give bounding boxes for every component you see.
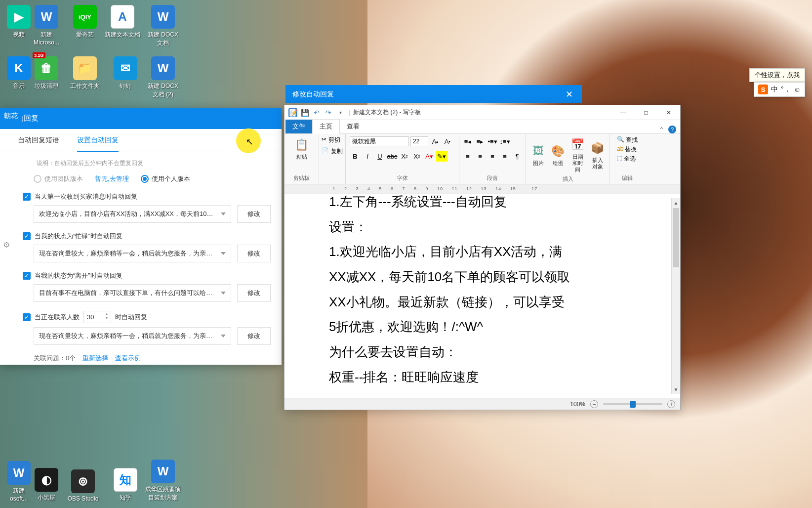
bold-button[interactable]: B xyxy=(350,151,361,162)
tooltip-personalize: 个性设置，点我 xyxy=(749,68,805,82)
ribbon-tab-view[interactable]: 查看 xyxy=(340,120,366,133)
close-button[interactable]: ✕ xyxy=(657,105,680,120)
scroll-down-icon[interactable]: ▼ xyxy=(672,385,680,394)
modify-button-2[interactable]: 修改 xyxy=(237,245,271,262)
copy-button[interactable]: 📄复制 xyxy=(322,147,343,156)
desktop-icon-obs[interactable]: ⊚OBS Studio xyxy=(64,469,102,502)
desktop-icon-textdoc[interactable]: A新建文本文档 xyxy=(104,5,141,39)
replace-icon: ab xyxy=(617,145,623,154)
justify-icon[interactable]: ≡ xyxy=(499,151,510,162)
desktop-icon-word-new[interactable]: W新建Microso... xyxy=(28,5,65,46)
grow-font-icon[interactable]: A▴ xyxy=(430,136,441,147)
group-label-font: 字体 xyxy=(397,174,408,182)
checkbox-busy[interactable]: ✓当我的状态为“忙碌”时自动回复 xyxy=(23,232,273,241)
superscript-button[interactable]: X2 xyxy=(411,151,422,162)
ruler[interactable]: · · ·1· · ·2· · ·3· · ·4· · ·5· · ·6· · … xyxy=(284,184,680,194)
ime-lang[interactable]: 中 xyxy=(771,85,778,94)
desktop-icon-blackroom[interactable]: ◐小黑屋 xyxy=(28,468,65,502)
ribbon-tab-file[interactable]: 文件 xyxy=(285,120,312,133)
contact-count-input[interactable]: 30▲▼ xyxy=(83,311,111,323)
scroll-up-icon[interactable]: ▲ xyxy=(672,198,680,207)
highlight-button[interactable]: ✎▾ xyxy=(436,151,447,162)
combo-away[interactable]: 目前有事不在电脑前，亲可以直接下单，有什么问题可以给我留言 xyxy=(34,284,231,302)
ime-emoji-icon[interactable]: ☺ xyxy=(794,85,801,93)
search-icon: 🔍 xyxy=(617,136,624,144)
ime-toolbar[interactable]: S 中 °， ☺ xyxy=(754,82,805,97)
strike-button[interactable]: abc xyxy=(387,151,398,162)
copy-icon: 📄 xyxy=(322,147,329,156)
bullets-icon[interactable]: •≡▾ xyxy=(487,136,498,147)
checkbox-contact-count[interactable]: ✓ 当正在联系人数 30▲▼ 时自动回复 xyxy=(23,311,273,323)
insert-object-button[interactable]: 📦插入对象 xyxy=(589,139,607,171)
desktop-icon-docx2[interactable]: W新建 DOCX文档 (2) xyxy=(144,56,182,99)
desktop-icon-zhihu[interactable]: 知知乎 xyxy=(107,468,144,502)
link-reselect[interactable]: 重新选择 xyxy=(82,354,108,363)
increase-indent-icon[interactable]: ≡▸ xyxy=(475,136,486,147)
statusbar: 100% − + xyxy=(284,398,680,410)
checkbox-first-msg[interactable]: ✓当天第一次收到买家消息时自动回复 xyxy=(23,192,273,201)
underline-button[interactable]: U xyxy=(374,151,385,162)
radio-team-version[interactable]: 使用团队版本 xyxy=(34,174,83,183)
maximize-button[interactable]: □ xyxy=(635,105,657,120)
font-size-input[interactable] xyxy=(410,136,428,146)
link-example[interactable]: 查看示例 xyxy=(115,354,141,363)
cut-button[interactable]: ✂剪切 xyxy=(322,136,340,144)
insert-paint-button[interactable]: 🎨绘图 xyxy=(549,142,567,168)
combo-first-msg[interactable]: 欢迎光临小店，目前小店有XX活动，满XX减XX，每天前10名下单 xyxy=(34,205,231,223)
align-right-icon[interactable]: ≡ xyxy=(487,151,498,162)
insert-datetime-button[interactable]: 📅日期和时间 xyxy=(569,136,587,174)
find-button[interactable]: 🔍查找 xyxy=(617,136,638,144)
modify-button-4[interactable]: 修改 xyxy=(237,327,271,345)
redo-icon[interactable]: ↷ xyxy=(324,108,333,117)
insert-image-button[interactable]: 🖼图片 xyxy=(529,142,547,168)
vertical-scrollbar[interactable]: ▲ ▼ xyxy=(671,198,680,394)
zoom-slider[interactable] xyxy=(603,403,662,405)
modify-button-3[interactable]: 修改 xyxy=(237,284,271,302)
replace-button[interactable]: ab替换 xyxy=(617,145,637,154)
tab-settings[interactable]: 设置自动回复 xyxy=(68,129,127,152)
shrink-font-icon[interactable]: A▾ xyxy=(442,136,453,147)
align-center-icon[interactable]: ≡ xyxy=(475,151,486,162)
italic-button[interactable]: I xyxy=(362,151,373,162)
qat-dropdown-icon[interactable]: ▾ xyxy=(336,108,345,117)
decrease-indent-icon[interactable]: ≡◂ xyxy=(462,136,473,147)
radio-personal-version[interactable]: 使用个人版本 xyxy=(141,174,190,183)
save-icon[interactable]: 💾 xyxy=(300,108,309,117)
group-label-paragraph: 段落 xyxy=(487,174,498,182)
undo-icon[interactable]: ↶ xyxy=(312,108,321,117)
help-icon[interactable]: ? xyxy=(668,126,676,133)
desktop-icon-plan[interactable]: W成华区跳蚤项目策划方案 xyxy=(144,460,182,502)
line-spacing-icon[interactable]: ↕≡▾ xyxy=(499,136,510,147)
left-window-tag: 朝花 xyxy=(0,110,22,123)
desktop-icon-dingtalk[interactable]: ✉钉钉 xyxy=(107,56,144,90)
sogou-icon[interactable]: S xyxy=(758,85,768,94)
desktop-icon-iqiyi[interactable]: iQIY爱奇艺 xyxy=(66,5,104,39)
wordpad-titlebar[interactable]: 📝 💾 ↶ ↷ ▾ | 新建文本文档 (2) - 写字板 — □ ✕ xyxy=(284,105,680,120)
minimize-button[interactable]: — xyxy=(612,105,635,120)
zoom-out-button[interactable]: − xyxy=(590,400,598,408)
paragraph-icon[interactable]: ¶ xyxy=(512,151,523,162)
tab-phrases[interactable]: 自动回复短语 xyxy=(9,129,68,152)
desktop-icon-cleaner[interactable]: 🗑3.1G垃圾清理 xyxy=(28,56,65,90)
combo-busy[interactable]: 现在咨询量较大，麻烦亲稍等一会，稍后就为您服务，为亲带来的 xyxy=(34,245,231,262)
close-icon[interactable]: ✕ xyxy=(563,88,575,100)
desktop-icon-docx[interactable]: W新建 DOCX文档 xyxy=(144,5,182,47)
subscript-button[interactable]: X2 xyxy=(399,151,410,162)
checkbox-away[interactable]: ✓当我的状态为“离开”时自动回复 xyxy=(23,271,273,280)
paste-button[interactable]: 📋 粘贴 xyxy=(293,136,311,161)
gear-icon[interactable]: ⚙ xyxy=(3,240,10,250)
ribbon-collapse-icon[interactable]: ⌃ xyxy=(659,126,664,133)
font-color-button[interactable]: A▾ xyxy=(424,151,435,162)
ime-punct-icon[interactable]: °， xyxy=(781,85,791,94)
zoom-in-button[interactable]: + xyxy=(667,400,675,408)
link-manage-team[interactable]: 暂无,去管理 xyxy=(95,174,129,183)
combo-contact-count[interactable]: 现在咨询量较大，麻烦亲稍等一会，稍后就为您服务，为亲带来的 xyxy=(34,327,231,345)
selectall-button[interactable]: ⬚全选 xyxy=(617,155,636,163)
align-left-icon[interactable]: ≡ xyxy=(462,151,473,162)
ribbon-tab-home[interactable]: 主页 xyxy=(312,119,340,134)
modify-button-1[interactable]: 修改 xyxy=(237,205,271,223)
desktop-icon-workfolder[interactable]: 📁工作文件夹 xyxy=(66,56,104,90)
document-content[interactable]: 1.左下角---系统设置---自动回复 设置： 1.欢迎光临小店，目前小店有XX… xyxy=(329,198,570,394)
font-name-input[interactable] xyxy=(350,136,409,146)
document-area[interactable]: 1.左下角---系统设置---自动回复 设置： 1.欢迎光临小店，目前小店有XX… xyxy=(284,194,680,398)
